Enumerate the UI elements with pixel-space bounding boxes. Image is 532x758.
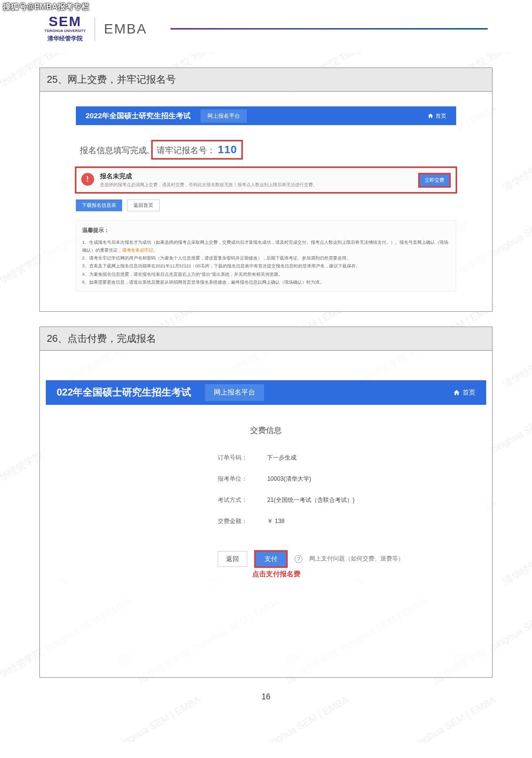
back-home-button[interactable]: 返回首页 xyxy=(127,199,160,211)
unit-value: 10003(清华大学) xyxy=(267,475,311,483)
action-row: 下载报名信息表 返回首页 xyxy=(76,199,457,211)
tip-3: 3、查看及下载网上报名信息功能将在2021年11月5日22：00关闭，下载的报名… xyxy=(82,262,450,270)
warning-icon: ! xyxy=(81,173,94,186)
app26-title: 022年全国硕士研究生招生考试 xyxy=(57,386,191,399)
app26-platform-tab[interactable]: 网上报名平台 xyxy=(205,384,264,401)
amount-value: ￥ 138 xyxy=(267,517,284,526)
completion-highlight: 请牢记报名号： xyxy=(157,146,215,155)
tip-1-highlight: 请考生务必牢记。 xyxy=(122,248,158,253)
tip-4: 4、为避免报名信息泄露，请在报名结束后点击页面右上方的"退出"退出系统，并关闭所… xyxy=(82,270,450,278)
unit-label: 报考单位： xyxy=(218,475,252,483)
help-text[interactable]: 网上支付问题（如何交费、退费等） xyxy=(309,555,404,563)
app26-home-link[interactable]: 首页 xyxy=(453,388,475,397)
source-watermark: 搜狐号@EMBA报考专栏 xyxy=(3,2,89,12)
fee-title: 交费信息 xyxy=(90,420,442,442)
sem-logo-text: SEM xyxy=(49,15,82,29)
tip-5: 5、如果需要更改信息，请退出系统后重新从研招网首页登录报名系统修改，最终报名信息… xyxy=(82,278,450,286)
section-26-title: 26、点击付费，完成报名 xyxy=(40,327,492,351)
completion-line: 报名信息填写完成, 请牢记报名号： 110 xyxy=(76,140,457,160)
header-rule xyxy=(170,28,488,30)
warning-title: 报名未完成 xyxy=(100,172,317,181)
app25-topbar: 2022年全国硕士研究生招生考试 网上报名平台 首页 xyxy=(76,106,457,125)
app26-topbar: 022年全国硕士研究生招生考试 网上报名平台 首页 xyxy=(46,380,486,405)
order-value: 下一步生成 xyxy=(267,454,297,462)
fee-row-amount: 交费金额： ￥ 138 xyxy=(218,517,442,526)
sem-logo-cn: 清华经管学院 xyxy=(47,34,83,43)
order-label: 订单号码： xyxy=(218,454,252,462)
registration-number: 110 xyxy=(218,143,237,156)
pay-note: 点击支付报名费 xyxy=(90,570,442,579)
section-26: 26、点击付费，完成报名 022年全国硕士研究生招生考试 网上报名平台 首页 交… xyxy=(39,327,493,678)
divider xyxy=(95,17,95,41)
page-number: 16 xyxy=(0,692,532,711)
pay-button[interactable]: 支付 xyxy=(254,550,288,568)
fee-body: 订单号码： 下一步生成 报考单位： 10003(清华大学) 考试方式： 21(全… xyxy=(90,442,442,550)
tip-2: 2、请考生牢记学信网的用户名和密码（为避免个人信息泄露，请设置复杂密码并定期修改… xyxy=(82,254,450,262)
fee-row-method: 考试方式： 21(全国统一考试（含联合考试）) xyxy=(218,496,442,504)
emba-logo-text: EMBA xyxy=(104,21,147,37)
home-icon xyxy=(453,389,460,396)
tips-box: 温馨提示： 1、生成报名号后本次报名才为成功（如果选择的报考点采取网上交费，交费… xyxy=(76,220,457,292)
fee-panel: 交费信息 订单号码： 下一步生成 报考单位： 10003(清华大学) 考试方式： xyxy=(90,420,442,579)
sem-logo: SEM TSINGHUA UNIVERSITY 清华经管学院 xyxy=(44,15,86,43)
download-info-button[interactable]: 下载报名信息表 xyxy=(76,199,122,211)
fee-actions: 返回 支付 ? 网上支付问题（如何交费、退费等） xyxy=(90,550,442,568)
tip-1: 1、生成报名号后本次报名才为成功（如果选择的报考点采取网上交费，交费成功后才算报… xyxy=(82,238,450,254)
tips-title: 温馨提示： xyxy=(82,226,450,235)
app25-screenshot: 2022年全国硕士研究生招生考试 网上报名平台 首页 报名信息填写完成, 请牢记… xyxy=(76,106,457,292)
page-body: 清华经管学院 Tsinghua SEM | EMBA清华经管学院 Tsinghu… xyxy=(0,53,532,742)
warning-content: 报名未完成 您选择的报考点必须网上交费，请及时交费，否则此次报名数据无效！报考点… xyxy=(100,172,317,188)
app26-screenshot: 022年全国硕士研究生招生考试 网上报名平台 首页 交费信息 订单号码： 下一步… xyxy=(46,380,486,579)
app25-title: 2022年全国硕士研究生招生考试 xyxy=(86,111,191,121)
help-icon[interactable]: ? xyxy=(295,555,302,563)
amount-label: 交费金额： xyxy=(218,517,252,526)
fee-row-unit: 报考单位： 10003(清华大学) xyxy=(218,475,442,483)
warning-desc: 您选择的报考点必须网上交费，请及时交费，否则此次报名数据无效！报考点人数达到上限… xyxy=(100,182,317,188)
section-26-body: 022年全国硕士研究生招生考试 网上报名平台 首页 交费信息 订单号码： 下一步… xyxy=(40,351,492,677)
fee-row-order: 订单号码： 下一步生成 xyxy=(218,454,442,462)
back-button[interactable]: 返回 xyxy=(218,551,247,567)
section-25-title: 25、网上交费，并牢记报名号 xyxy=(40,68,492,92)
section-25-body: 2022年全国硕士研究生招生考试 网上报名平台 首页 报名信息填写完成, 请牢记… xyxy=(40,92,492,311)
section-25: 25、网上交费，并牢记报名号 2022年全国硕士研究生招生考试 网上报名平台 首… xyxy=(39,67,493,312)
home-label: 首页 xyxy=(435,112,446,120)
registration-number-box: 请牢记报名号： 110 xyxy=(151,140,242,160)
app25-home-link[interactable]: 首页 xyxy=(428,112,446,120)
completion-prefix: 报名信息填写完成, xyxy=(80,146,149,155)
home-icon xyxy=(428,113,433,119)
warning-box: ! 报名未完成 您选择的报考点必须网上交费，请及时交费，否则此次报名数据无效！报… xyxy=(76,167,457,193)
app25-platform-tab[interactable]: 网上报名平台 xyxy=(200,109,247,123)
method-label: 考试方式： xyxy=(218,496,252,504)
sem-logo-subtext: TSINGHUA UNIVERSITY xyxy=(44,29,86,33)
app25-content: 报名信息填写完成, 请牢记报名号： 110 ! 报名未完成 您选择的报考点必须网… xyxy=(76,125,457,292)
pay-now-button[interactable]: 立即交费 xyxy=(418,173,451,188)
home-label: 首页 xyxy=(463,388,475,397)
method-value: 21(全国统一考试（含联合考试）) xyxy=(267,496,354,504)
